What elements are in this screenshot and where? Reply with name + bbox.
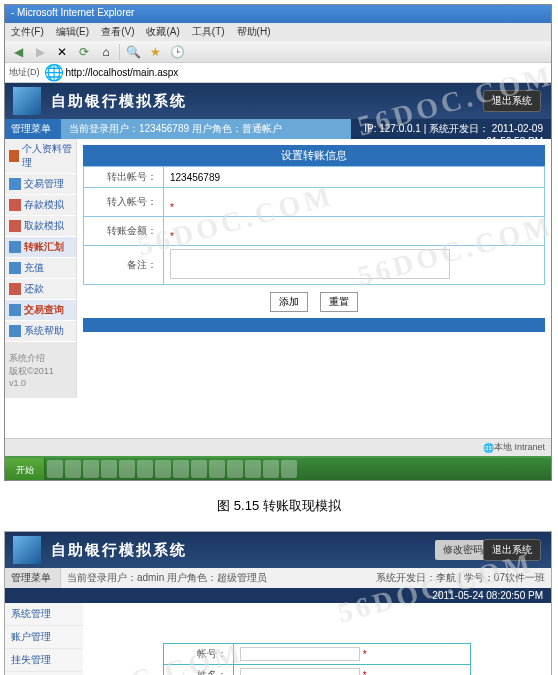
refresh-icon[interactable]: ⟳ <box>75 43 93 61</box>
url-input[interactable] <box>64 65 548 80</box>
home-icon[interactable]: ⌂ <box>97 43 115 61</box>
ie-addressbar: 地址(D) 🌐 <box>5 63 551 83</box>
ie-toolbar: ◀ ▶ ✕ ⟳ ⌂ 🔍 ★ 🕒 <box>5 41 551 63</box>
gear-icon <box>9 178 21 190</box>
ie-menubar[interactable]: 文件(F) 编辑(E) 查看(V) 收藏(A) 工具(T) 帮助(H) <box>5 23 551 41</box>
logout-button[interactable]: 退出系统 <box>483 90 541 112</box>
ie-titlebar: - Microsoft Internet Explorer <box>5 5 551 23</box>
star-icon[interactable]: ★ <box>146 43 164 61</box>
from-account: 123456789 <box>170 172 220 183</box>
meta-info: IP: 127.0.0.1 | 系统开发日： 2011-02-09 01:56:… <box>351 119 551 139</box>
sidebar-foot: 系统介绍版权©2011 v1.0 <box>5 342 76 398</box>
app-banner: 自助银行模拟系统 退出系统 <box>5 83 551 119</box>
main-panel: 设置转账信息 转出帐号：123456789 转入帐号：* 转账金额：* 备注： … <box>77 139 551 398</box>
history-icon[interactable]: 🕒 <box>168 43 186 61</box>
sidebar-item[interactable]: 还款 <box>5 279 76 300</box>
search-icon <box>9 304 21 316</box>
freeze-form: 帐号： * 姓名： * 余额： * 身份证号码： * 挂失解冻 <box>163 643 471 675</box>
back-icon[interactable]: ◀ <box>9 43 27 61</box>
sidebar-item[interactable]: 系统管理 <box>5 603 83 626</box>
submit-button[interactable]: 添加 <box>270 292 308 312</box>
screenshot-2: 56DOC.COM 56DOC.COM 56DOC.COM 自助银行模拟系统 修… <box>4 531 552 675</box>
reset-button[interactable]: 重置 <box>320 292 358 312</box>
plus-icon <box>9 262 21 274</box>
meta-info: 系统开发日：李航 | 学号：07软件一班 <box>370 568 551 588</box>
help-icon <box>9 325 21 337</box>
sidebar-item[interactable]: 取款模拟 <box>5 216 76 237</box>
tb-item[interactable] <box>47 460 63 478</box>
menu-header: 管理菜单 <box>5 568 61 588</box>
sidebar-item[interactable]: 系统帮助 <box>5 321 76 342</box>
money-icon <box>9 220 21 232</box>
pay-icon <box>9 283 21 295</box>
sidebar: 系统管理 账户管理 挂失管理 账户状态查询 挂失解冻处理 系统介绍管理 数据备份… <box>5 603 83 675</box>
transfer-form: 转出帐号：123456789 转入帐号：* 转账金额：* 备注： <box>83 166 545 285</box>
amount-input[interactable] <box>170 220 538 231</box>
search-icon[interactable]: 🔍 <box>124 43 142 61</box>
user-info: 当前登录用户：123456789 用户角色：普通帐户 <box>61 119 351 139</box>
sidebar-item[interactable]: 交易管理 <box>5 174 76 195</box>
transfer-icon <box>9 241 21 253</box>
acct-input[interactable] <box>240 647 360 661</box>
start-button[interactable]: 开始 <box>5 458 45 480</box>
sidebar-item[interactable]: 个人资料管理 <box>5 139 76 174</box>
app-logo-icon <box>13 87 41 115</box>
zone-icon: 🌐 <box>483 443 494 453</box>
globe-icon: 🌐 <box>44 63 64 82</box>
sidebar-item[interactable]: 挂失管理 <box>5 649 83 672</box>
sidebar-item-query[interactable]: 交易查询 <box>5 300 76 321</box>
app-logo-icon <box>13 536 41 564</box>
form-title: 设置转账信息 <box>83 145 545 166</box>
sidebar: 个人资料管理 交易管理 存款模拟 取款模拟 转账汇划 充值 还款 交易查询 系统… <box>5 139 77 398</box>
caption-1: 图 5.15 转账取现模拟 <box>0 485 558 527</box>
note-input[interactable] <box>170 249 450 279</box>
timestamp-bar: 2011-05-24 08:20:50 PM <box>5 588 551 603</box>
sidebar-item[interactable]: 存款模拟 <box>5 195 76 216</box>
name-input[interactable] <box>240 668 360 675</box>
sidebar-item-transfer[interactable]: 转账汇划 <box>5 237 76 258</box>
user-info: 当前登录用户：admin 用户角色：超级管理员 <box>61 568 370 588</box>
doc-icon <box>9 150 19 162</box>
taskbar: 开始 <box>5 456 551 480</box>
money-icon <box>9 199 21 211</box>
sidebar-item[interactable]: 账户管理 <box>5 626 83 649</box>
ie-statusbar: 🌐 本地 Intranet <box>5 438 551 456</box>
screenshot-1: 56DOC.COM 56DOC.COM 56DOC.COM - Microsof… <box>4 4 552 481</box>
app-title: 自助银行模拟系统 <box>51 541 187 560</box>
footer-bar <box>83 318 545 332</box>
stop-icon[interactable]: ✕ <box>53 43 71 61</box>
logout-button[interactable]: 退出系统 <box>483 539 541 561</box>
sidebar-item[interactable]: 充值 <box>5 258 76 279</box>
app-title: 自助银行模拟系统 <box>51 92 187 111</box>
main-panel: 帐号： * 姓名： * 余额： * 身份证号码： * 挂失解冻 <box>83 603 551 675</box>
forward-icon[interactable]: ▶ <box>31 43 49 61</box>
menu-header: 管理菜单 <box>5 119 61 139</box>
to-account-input[interactable] <box>170 191 538 202</box>
app-banner: 自助银行模拟系统 修改密码 退出系统 <box>5 532 551 568</box>
